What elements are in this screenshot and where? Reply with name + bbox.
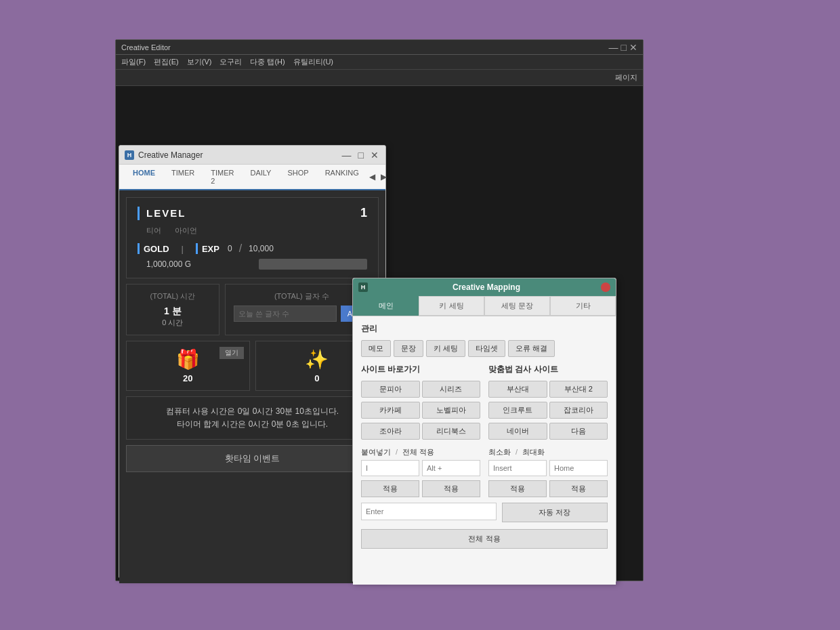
reward-box-1: 열기 🎁 20 xyxy=(126,341,250,391)
munpia-button[interactable]: 문피아 xyxy=(361,381,420,398)
total-time-value2: 0 시간 xyxy=(135,318,211,328)
manager-content: LEVEL 1 티어 아이언 GOLD | EXP 0 / 10,000 1,0… xyxy=(119,190,385,583)
hottime-button[interactable]: 홧타임 이벤트 xyxy=(126,445,379,472)
editor-menu-edit[interactable]: 편집(E) xyxy=(154,57,179,67)
gold-value-row: 1,000,000 G xyxy=(138,259,367,270)
exp-current: 0 xyxy=(228,244,232,253)
paste-apply2-button[interactable]: 적용 xyxy=(422,480,480,497)
mapping-tab-main[interactable]: 메인 xyxy=(353,296,419,316)
minmax-title: 최소화 xyxy=(488,448,511,456)
manager-titlebar: H Creative Manager — □ ✕ xyxy=(119,146,385,165)
tab-timer2[interactable]: TIMER 2 xyxy=(203,165,242,190)
enter-autosave-row: 자동 저장 xyxy=(361,503,608,522)
mapping-content: 관리 메모 문장 키 세팅 타임셋 오류 해결 사이트 바로가기 문피아 시리즈… xyxy=(353,316,616,585)
minmax-apply-btns: 적용 적용 xyxy=(488,478,608,497)
exp-slash: / xyxy=(239,243,242,255)
reward-row: 열기 🎁 20 ✨ 0 xyxy=(126,341,379,391)
level-subtitle: 티어 아이언 xyxy=(138,226,367,236)
editor-menu-oguri[interactable]: 오구리 xyxy=(219,57,242,67)
ridibooks-button[interactable]: 리디북스 xyxy=(422,423,481,440)
tab-nav-arrows: ◀ ▶ xyxy=(367,165,389,189)
minmax-section: 최소화 / 최대화 적용 적용 xyxy=(488,447,608,497)
tab-ranking[interactable]: RANKING xyxy=(317,165,367,190)
exp-bar-indicator xyxy=(196,243,198,254)
editor-menu-utility[interactable]: 유틸리티(U) xyxy=(293,57,333,67)
minmax-header: 최소화 / 최대화 xyxy=(488,447,608,457)
busan-button[interactable]: 부산대 xyxy=(488,381,547,398)
editor-minimize[interactable]: — xyxy=(609,42,618,53)
editor-close[interactable]: ✕ xyxy=(629,42,637,53)
manager-close[interactable]: ✕ xyxy=(369,150,380,161)
paste-input1[interactable] xyxy=(361,460,419,476)
busan2-button[interactable]: 부산대 2 xyxy=(549,381,608,398)
open-button[interactable]: 열기 xyxy=(219,347,244,359)
manager-maximize[interactable]: □ xyxy=(357,150,365,161)
gold-section: GOLD | EXP 0 / 10,000 xyxy=(138,243,367,255)
max-input[interactable] xyxy=(549,460,608,476)
gold-label: GOLD xyxy=(144,244,169,254)
total-chars-label: (TOTAL) 글자 수 xyxy=(234,291,370,301)
editor-toolbar-text: 페이지 xyxy=(615,72,637,83)
manager-icon: H xyxy=(125,150,134,160)
chars-input[interactable] xyxy=(234,306,337,322)
gold-spacer: | xyxy=(182,244,184,254)
reward-icon-2: ✨ xyxy=(305,348,329,371)
manager-tabs: HOME TIMER TIMER 2 DAILY SHOP RANKING ◀ … xyxy=(119,165,385,190)
mapping-tab-sentence[interactable]: 세팅 문장 xyxy=(484,296,550,316)
mapping-tabs: 메인 키 세팅 세팅 문장 기타 xyxy=(353,296,616,316)
editor-maximize[interactable]: □ xyxy=(621,42,627,53)
paste-apply-btns: 적용 적용 xyxy=(361,478,480,497)
keyset-button[interactable]: 키 세팅 xyxy=(426,340,465,357)
manager-minimize[interactable]: — xyxy=(341,150,353,161)
paste-section: 붙여넣기 / 전체 적용 적용 적용 xyxy=(361,447,480,497)
kakape-button[interactable]: 카카페 xyxy=(361,402,420,419)
editor-menu-file[interactable]: 파일(F) xyxy=(121,57,146,67)
memo-button[interactable]: 메모 xyxy=(361,340,391,357)
naver-button[interactable]: 네이버 xyxy=(488,423,547,440)
mapping-titlebar: H Creative Mapping xyxy=(353,278,616,296)
total-time-label: (TOTAL) 시간 xyxy=(135,291,211,301)
novelpia-button[interactable]: 노벨피아 xyxy=(422,402,481,419)
paste-apply1-button[interactable]: 적용 xyxy=(361,480,419,497)
error-fix-button[interactable]: 오류 해결 xyxy=(508,340,555,357)
message-line1: 컴퓨터 사용 시간은 0일 0시간 30분 10초입니다. xyxy=(138,405,367,418)
reward-value-2: 0 xyxy=(314,373,319,383)
full-apply-button[interactable]: 전체 적용 xyxy=(361,529,608,549)
tab-prev[interactable]: ◀ xyxy=(367,172,377,182)
joara-button[interactable]: 조아라 xyxy=(361,423,420,440)
mapping-close-button[interactable] xyxy=(601,282,610,292)
mgmt-btn-group: 메모 문장 키 세팅 타임셋 오류 해결 xyxy=(361,340,608,357)
sentence-button[interactable]: 문장 xyxy=(394,340,423,357)
min-input[interactable] xyxy=(488,460,547,476)
mapping-tab-keyset[interactable]: 키 세팅 xyxy=(419,296,484,316)
editor-controls: — □ ✕ xyxy=(609,42,637,53)
jobkorea-button[interactable]: 잡코리아 xyxy=(549,402,608,419)
reward-value-1: 20 xyxy=(183,373,192,383)
daum-button[interactable]: 다음 xyxy=(549,423,608,440)
chars-input-row: ADD xyxy=(234,306,370,322)
max-apply-button[interactable]: 적용 xyxy=(549,480,608,497)
paste-input2[interactable] xyxy=(422,460,480,476)
paste-inputs xyxy=(361,460,480,476)
tab-timer[interactable]: TIMER xyxy=(163,165,203,190)
level-section: LEVEL 1 티어 아이언 GOLD | EXP 0 / 10,000 1,0… xyxy=(126,197,379,278)
incruit-button[interactable]: 인크루트 xyxy=(488,402,547,419)
enter-input[interactable] xyxy=(361,503,497,520)
editor-menubar: 파일(F) 편집(E) 보기(V) 오구리 다중 탭(H) 유틸리티(U) xyxy=(116,55,643,70)
editor-menu-view[interactable]: 보기(V) xyxy=(187,57,212,67)
min-apply-button[interactable]: 적용 xyxy=(488,480,547,497)
tab-daily[interactable]: DAILY xyxy=(242,165,279,190)
series-button[interactable]: 시리즈 xyxy=(422,381,481,398)
timeset-button[interactable]: 타임셋 xyxy=(468,340,505,357)
editor-titlebar: Creative Editor — □ ✕ xyxy=(116,40,643,55)
gold-bar xyxy=(138,243,140,254)
autosave-button[interactable]: 자동 저장 xyxy=(502,503,608,522)
editor-menu-multitab[interactable]: 다중 탭(H) xyxy=(250,57,285,67)
paste-header: 붙여넣기 / 전체 적용 xyxy=(361,447,480,457)
tab-next[interactable]: ▶ xyxy=(379,172,389,182)
minmax-divider: / xyxy=(516,448,518,456)
paste-title: 붙여넣기 xyxy=(361,448,391,456)
tab-home[interactable]: HOME xyxy=(125,165,163,190)
mapping-tab-other[interactable]: 기타 xyxy=(550,296,616,316)
tab-shop[interactable]: SHOP xyxy=(279,165,316,190)
